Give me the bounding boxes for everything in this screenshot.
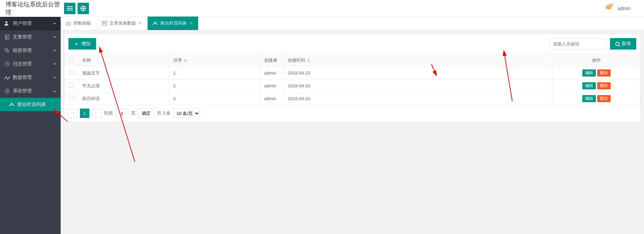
- close-icon[interactable]: ✕: [139, 21, 142, 26]
- cell-ops: 编辑删除: [553, 67, 640, 80]
- page-number-button[interactable]: 1: [80, 109, 89, 118]
- select-all-checkbox[interactable]: [69, 57, 74, 62]
- sidebar-item-label: 日志管理: [13, 61, 53, 67]
- sidebar-item-label: 链接管理: [13, 48, 53, 54]
- sidebar-item-label: 文章管理: [13, 34, 53, 40]
- prev-page-button[interactable]: 〈: [68, 109, 77, 118]
- cell-ops: 编辑删除: [553, 92, 640, 105]
- site-title: 博客论坛系统后台管理: [3, 0, 64, 17]
- page-size-select[interactable]: 10 条/页: [173, 109, 200, 118]
- search-icon: [615, 42, 619, 46]
- edit-button[interactable]: 编辑: [582, 69, 596, 77]
- goto-suffix: 页: [131, 110, 135, 116]
- sidebar-item-users[interactable]: 用户管理: [0, 17, 61, 30]
- cell-created-at: 2018-04-20: [284, 92, 553, 105]
- sidebar-item-label: 数据管理: [13, 75, 53, 81]
- sidebar-item-system[interactable]: 系统管理: [0, 84, 61, 98]
- tab-label: 文章发表数据: [110, 20, 136, 26]
- col-checkbox: [65, 54, 78, 67]
- col-ops: 操作: [553, 54, 640, 67]
- cell-created-at: 2018-04-23: [284, 67, 553, 80]
- col-created-at[interactable]: 创建时间: [284, 54, 553, 67]
- row-checkbox[interactable]: [69, 83, 74, 88]
- sidebar-item-articles[interactable]: 文章管理: [0, 30, 61, 44]
- cell-name: 学无止境: [78, 80, 169, 92]
- goto-prefix: 到第: [104, 110, 113, 116]
- edit-button[interactable]: 编辑: [582, 82, 596, 89]
- cell-creator: admin: [260, 92, 284, 105]
- language-button[interactable]: [78, 3, 89, 14]
- toggle-sidebar-button[interactable]: [64, 3, 75, 14]
- header-actions: [64, 3, 89, 14]
- sidebar-item-data[interactable]: 数据管理: [0, 71, 61, 84]
- sidebar-subitem-front-columns[interactable]: 前台栏目列表: [0, 98, 61, 111]
- close-icon[interactable]: ✕: [189, 21, 193, 26]
- delete-button[interactable]: 删除: [597, 69, 611, 77]
- sidebar-item-label: 前台栏目列表: [18, 101, 46, 108]
- sort-icon: [307, 59, 310, 62]
- cell-name: 激扬文字: [78, 67, 169, 80]
- tab-article-stats[interactable]: 文章发表数据 ✕: [96, 17, 147, 30]
- pagination: 〈 1 〉 到第 页 确定 共 3 条 10 条/页: [64, 105, 640, 121]
- next-page-button[interactable]: 〉: [92, 109, 101, 118]
- cell-sort: 0: [169, 92, 260, 105]
- main-area: 控制面板 文章发表数据 ✕ 前台栏目列表 ✕: [61, 17, 644, 234]
- dashboard-icon: [66, 21, 71, 26]
- total-count: 共 3 条: [157, 110, 171, 116]
- goto-page-button[interactable]: 确定: [138, 109, 154, 118]
- delete-button[interactable]: 删除: [597, 95, 611, 102]
- sidebar-item-label: 系统管理: [13, 88, 53, 94]
- search-button[interactable]: 查询: [610, 38, 636, 50]
- table-row: 学无止境2admin2018-04-20编辑删除: [65, 80, 640, 92]
- chevron-down-icon: [53, 63, 56, 65]
- edit-button[interactable]: 编辑: [582, 95, 596, 102]
- toolbar: ＋ 增加 查询: [64, 34, 640, 54]
- header-user[interactable]: admin: [605, 3, 641, 13]
- chevron-up-icon: [53, 90, 56, 92]
- cell-name: 闲言碎语: [78, 92, 169, 105]
- sidebar: 用户管理 文章管理 链接管理 日志管理 数据管理: [0, 17, 61, 234]
- header-username: admin: [618, 6, 631, 11]
- col-creator[interactable]: 创建者: [260, 54, 284, 67]
- chevron-left-icon: 〈: [70, 111, 74, 116]
- sidebar-item-logs[interactable]: 日志管理: [0, 57, 61, 71]
- document-icon: [5, 35, 9, 39]
- sidebar-item-links[interactable]: 链接管理: [0, 44, 61, 57]
- article-icon: [102, 21, 107, 26]
- sidebar-item-label: 用户管理: [13, 21, 53, 27]
- tab-dashboard[interactable]: 控制面板: [61, 17, 96, 30]
- row-checkbox[interactable]: [69, 96, 74, 100]
- search-input[interactable]: [549, 38, 607, 50]
- row-checkbox[interactable]: [69, 70, 74, 75]
- sort-icon: [184, 59, 187, 62]
- cell-ops: 编辑删除: [553, 80, 640, 92]
- add-button-label: 增加: [81, 41, 91, 47]
- chevron-down-icon: [53, 36, 56, 38]
- cell-creator: admin: [260, 67, 284, 80]
- chevron-down-icon: [53, 50, 56, 52]
- table-row: 激扬文字1admin2018-04-23编辑删除: [65, 67, 640, 80]
- tools-icon: [153, 21, 158, 26]
- globe-icon: [81, 6, 86, 11]
- tab-label: 前台栏目列表: [160, 20, 187, 26]
- gear-icon: [5, 89, 9, 93]
- plus-icon: ＋: [74, 41, 79, 47]
- delete-button[interactable]: 删除: [597, 82, 611, 89]
- cell-creator: admin: [260, 80, 284, 92]
- col-name[interactable]: 名称: [78, 54, 169, 67]
- hamburger-icon: [67, 8, 73, 9]
- tab-label: 控制面板: [73, 20, 91, 26]
- chevron-right-icon: 〉: [95, 111, 99, 116]
- tab-front-columns[interactable]: 前台栏目列表 ✕: [147, 17, 198, 30]
- tools-icon: [9, 102, 14, 107]
- chevron-down-icon: [53, 77, 56, 79]
- search-button-label: 查询: [621, 41, 631, 47]
- col-sort[interactable]: 排序: [169, 54, 260, 67]
- cell-sort: 1: [169, 67, 260, 80]
- add-button[interactable]: ＋ 增加: [68, 38, 96, 50]
- clock-icon: [5, 62, 9, 66]
- goto-page-input[interactable]: [116, 109, 128, 118]
- cell-sort: 2: [169, 80, 260, 92]
- cell-created-at: 2018-04-20: [284, 80, 553, 92]
- link-icon: [5, 48, 9, 53]
